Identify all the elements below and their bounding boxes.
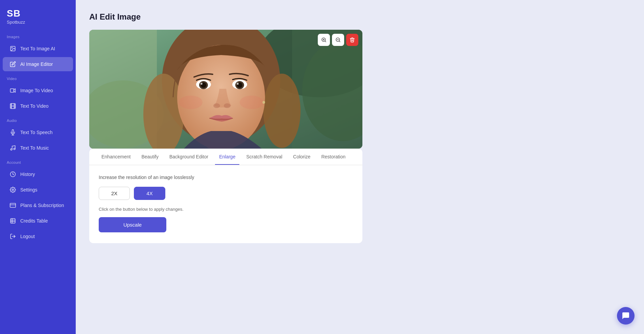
sidebar-item-logout[interactable]: Logout <box>3 229 73 243</box>
svg-point-48 <box>240 96 263 109</box>
sidebar-item-text-to-video[interactable]: Text To Video <box>3 99 73 113</box>
svg-line-50 <box>325 41 326 42</box>
svg-point-15 <box>14 148 15 150</box>
sidebar-item-label: Plans & Subscription <box>20 203 64 208</box>
section-label-audio: Audio <box>0 114 76 125</box>
sidebar-item-label: AI Image Editor <box>20 61 53 67</box>
sidebar-item-label: Credits Table <box>20 218 48 224</box>
sidebar: SB Spotbuzz Images Text To Image AI AI I… <box>0 0 76 334</box>
zoom-in-button[interactable] <box>318 34 330 46</box>
clock-icon <box>9 171 16 178</box>
sidebar-item-text-to-speech[interactable]: Text To Speech <box>3 125 73 139</box>
svg-point-17 <box>12 189 14 191</box>
image-preview-container <box>89 30 362 149</box>
sidebar-item-label: Text To Video <box>20 103 49 109</box>
svg-point-43 <box>237 83 239 85</box>
svg-point-39 <box>200 83 202 85</box>
sidebar-item-label: Text To Music <box>20 145 49 151</box>
tab-restoration[interactable]: Restoration <box>317 149 350 165</box>
svg-rect-28 <box>292 30 362 149</box>
logout-icon <box>9 233 16 240</box>
svg-point-44 <box>213 103 220 108</box>
mic-icon <box>9 129 16 136</box>
svg-point-47 <box>179 96 202 109</box>
gear-icon <box>9 186 16 193</box>
tabs-bar: Enhancement Beautify Background Editor E… <box>89 149 362 165</box>
svg-point-14 <box>10 149 12 150</box>
zoom-out-button[interactable] <box>332 34 344 46</box>
section-label-images: Images <box>0 30 76 41</box>
enlarge-panel-content: Increase the resolution of an image loss… <box>89 165 362 243</box>
sidebar-item-label: Text To Image AI <box>20 46 55 51</box>
apply-hint: Click on the button below to apply chang… <box>99 207 353 212</box>
scale-2x-button[interactable]: 2X <box>99 187 130 200</box>
sidebar-item-label: Image To Video <box>20 88 53 93</box>
sidebar-item-text-to-music[interactable]: Text To Music <box>3 141 73 155</box>
tab-enlarge[interactable]: Enlarge <box>215 149 239 165</box>
svg-marker-3 <box>14 89 16 93</box>
main-content: AI Edit Image <box>76 0 644 334</box>
tab-scratch-removal[interactable]: Scratch Removal <box>242 149 286 165</box>
sidebar-item-label: Settings <box>20 187 38 192</box>
section-label-video: Video <box>0 72 76 83</box>
credit-card-icon <box>9 202 16 209</box>
edit-image-icon <box>9 61 16 68</box>
music-icon <box>9 145 16 151</box>
sidebar-item-label: Text To Speech <box>20 130 52 135</box>
tab-beautify[interactable]: Beautify <box>137 149 163 165</box>
svg-point-34 <box>263 74 301 148</box>
section-label-account: Account <box>0 156 76 166</box>
svg-rect-2 <box>10 89 14 93</box>
brand-logo: SB Spotbuzz <box>0 0 76 30</box>
editor-panel: Enhancement Beautify Background Editor E… <box>89 149 362 243</box>
sidebar-item-image-to-video[interactable]: Image To Video <box>3 83 73 98</box>
sidebar-item-ai-image-editor[interactable]: AI Image Editor <box>3 57 73 71</box>
chat-bubble-button[interactable] <box>617 307 635 325</box>
brand-letters: SB <box>7 8 69 19</box>
image-actions <box>318 34 358 46</box>
sidebar-item-label: History <box>20 172 35 177</box>
delete-image-button[interactable] <box>346 34 358 46</box>
page-title: AI Edit Image <box>89 12 630 22</box>
svg-point-45 <box>224 103 231 108</box>
image-icon <box>9 45 16 52</box>
enlarge-description: Increase the resolution of an image loss… <box>99 175 353 180</box>
sidebar-item-credits-table[interactable]: Credits Table <box>3 214 73 228</box>
svg-rect-18 <box>10 203 16 207</box>
tab-colorize[interactable]: Colorize <box>289 149 314 165</box>
scale-4x-button[interactable]: 4X <box>134 187 165 200</box>
scale-options: 2X 4X <box>99 187 353 200</box>
video-icon <box>9 87 16 94</box>
svg-line-54 <box>339 41 340 42</box>
film-icon <box>9 103 16 109</box>
tab-background-editor[interactable]: Background Editor <box>165 149 212 165</box>
svg-rect-20 <box>10 219 15 223</box>
sidebar-item-settings[interactable]: Settings <box>3 183 73 197</box>
upscale-button[interactable]: Upscale <box>99 217 166 232</box>
sidebar-item-history[interactable]: History <box>3 167 73 181</box>
sidebar-item-text-to-image[interactable]: Text To Image AI <box>3 42 73 56</box>
brand-name: Spotbuzz <box>7 20 69 25</box>
table-icon <box>9 217 16 224</box>
sidebar-item-label: Logout <box>20 234 35 239</box>
tab-enhancement[interactable]: Enhancement <box>97 149 135 165</box>
svg-point-1 <box>11 47 12 48</box>
sidebar-item-plans[interactable]: Plans & Subscription <box>3 198 73 212</box>
